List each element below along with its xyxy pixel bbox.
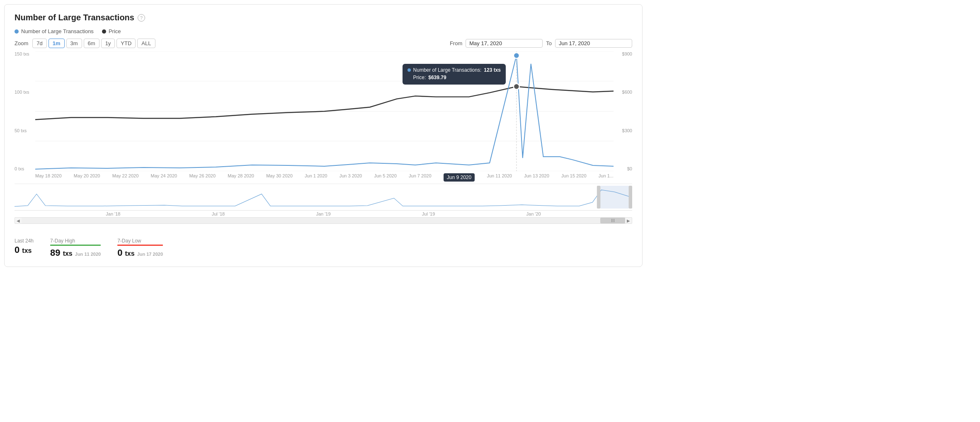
mini-chart-wrapper: Jan '18 Jul '18 Jan '19 Jul '19 Jan '20 … (15, 186, 632, 224)
mini-chart (15, 186, 632, 211)
x-label-4: May 26 2020 (189, 173, 216, 178)
y-right-2: $300 (614, 128, 632, 133)
y-axis-left: 150 txs 100 txs 50 txs 0 txs (15, 51, 35, 171)
stat-7day-low: 7-Day Low 0 txsJun 17 2020 (117, 238, 163, 258)
stats-row: Last 24h 0 txs 7-Day High 89 txsJun 11 2… (15, 231, 632, 258)
mini-label-4: Jul '19 (422, 211, 435, 216)
stat-last24h-label: Last 24h (15, 238, 34, 244)
x-label-6: May 30 2020 (266, 173, 293, 178)
main-card: Number of Large Transactions ? Number of… (4, 4, 643, 267)
to-label: To (546, 40, 552, 46)
legend-dot-price (102, 29, 106, 34)
scroll-thumb[interactable] (600, 218, 625, 223)
legend-label-price: Price (109, 28, 121, 34)
page-title: Number of Large Transactions (15, 13, 134, 22)
chart-svg (35, 51, 614, 171)
zoom-ytd[interactable]: YTD (116, 39, 136, 48)
zoom-3m[interactable]: 3m (66, 39, 82, 48)
legend-dot-transactions (15, 29, 19, 34)
y-left-3: 0 txs (15, 166, 35, 171)
y-left-0: 150 txs (15, 51, 35, 56)
help-icon[interactable]: ? (138, 14, 145, 22)
stat-7day-high-label: 7-Day High (50, 238, 101, 244)
stat-high-underline (50, 245, 101, 246)
x-label-13: Jun 13 2020 (524, 173, 549, 178)
stat-low-date: Jun 17 2020 (137, 252, 163, 257)
x-label-5: May 28 2020 (228, 173, 254, 178)
stat-last24h-value: 0 txs (15, 245, 34, 255)
controls-row: Zoom 7d 1m 3m 6m 1y YTD ALL From To (15, 39, 632, 48)
from-label: From (450, 40, 462, 46)
svg-rect-5 (597, 186, 601, 209)
zoom-group: Zoom 7d 1m 3m 6m 1y YTD ALL (15, 39, 155, 48)
x-label-7: Jun 1 2020 (305, 173, 327, 178)
x-label-1: May 20 2020 (74, 173, 100, 178)
x-label-8: Jun 3 2020 (340, 173, 362, 178)
stat-high-date: Jun 11 2020 (75, 252, 101, 257)
scrollbar[interactable]: ◀ ▶ (15, 217, 632, 224)
from-date-input[interactable] (466, 39, 543, 48)
mini-label-3: Jan '19 (316, 211, 330, 216)
svg-rect-6 (628, 186, 632, 209)
x-label-3: May 24 2020 (151, 173, 177, 178)
mini-chart-svg (15, 186, 632, 209)
x-axis: May 18 2020 May 20 2020 May 22 2020 May … (35, 171, 614, 184)
y-axis-right: $900 $600 $300 $0 (614, 51, 632, 171)
mini-label-2: Jul '18 (212, 211, 225, 216)
scroll-track[interactable] (22, 218, 625, 223)
scroll-left-arrow[interactable]: ◀ (15, 217, 22, 224)
zoom-6m[interactable]: 6m (84, 39, 99, 48)
transactions-line (35, 56, 614, 169)
svg-rect-7 (600, 186, 628, 209)
legend-price: Price (102, 28, 121, 34)
legend-transactions: Number of Large Transactions (15, 28, 94, 34)
mini-label-1: Jan '18 (106, 211, 120, 216)
y-right-0: $900 (614, 51, 632, 56)
mini-label-5: Jan '20 (526, 211, 541, 216)
hover-dot-price (514, 84, 519, 90)
y-left-1: 100 txs (15, 90, 35, 95)
stat-low-underline (117, 245, 163, 246)
legend-label-transactions: Number of Large Transactions (21, 28, 94, 34)
x-label-14: Jun 15 2020 (561, 173, 587, 178)
x-label-12: Jun 11 2020 (487, 173, 512, 178)
to-date-input[interactable] (555, 39, 632, 48)
mini-chart-labels: Jan '18 Jul '18 Jan '19 Jul '19 Jan '20 (15, 211, 632, 217)
active-date-label: Jun 9 2020 (444, 173, 475, 182)
stat-7day-low-value: 0 txsJun 17 2020 (117, 247, 163, 258)
date-range: From To (450, 39, 632, 48)
zoom-1y[interactable]: 1y (101, 39, 115, 48)
main-chart-area: 150 txs 100 txs 50 txs 0 txs $900 $600 $… (15, 51, 632, 184)
x-label-10: Jun 7 2020 (409, 173, 431, 178)
y-right-3: $0 (614, 166, 632, 171)
x-label-2: May 22 2020 (112, 173, 139, 178)
legend-row: Number of Large Transactions Price (15, 28, 632, 34)
zoom-label: Zoom (15, 40, 28, 46)
stat-7day-low-label: 7-Day Low (117, 238, 163, 244)
zoom-all[interactable]: ALL (137, 39, 155, 48)
zoom-7d[interactable]: 7d (32, 39, 46, 48)
scroll-right-arrow[interactable]: ▶ (625, 217, 632, 224)
stat-7day-high: 7-Day High 89 txsJun 11 2020 (50, 238, 101, 258)
stat-last24h: Last 24h 0 txs (15, 238, 34, 258)
x-label-0: May 18 2020 (35, 173, 62, 178)
title-row: Number of Large Transactions ? (15, 13, 632, 22)
y-left-2: 50 txs (15, 128, 35, 133)
chart-svg-container: Number of Large Transactions: 123 txs Pr… (35, 51, 614, 171)
stat-7day-high-value: 89 txsJun 11 2020 (50, 247, 101, 258)
zoom-1m[interactable]: 1m (49, 39, 65, 48)
x-label-15: Jun 1... (599, 173, 614, 178)
hover-dot-transactions (514, 53, 519, 58)
y-right-1: $600 (614, 90, 632, 95)
x-label-9: Jun 5 2020 (374, 173, 396, 178)
